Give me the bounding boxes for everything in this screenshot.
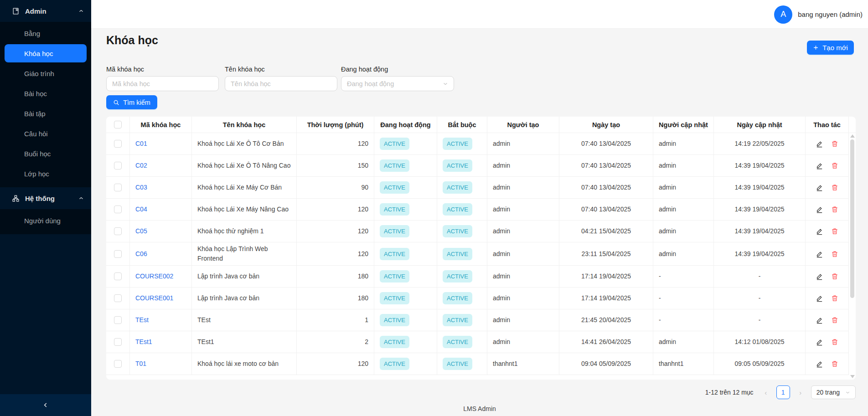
row-checkbox[interactable]: [114, 316, 122, 324]
delete-icon: [831, 338, 838, 346]
search-button[interactable]: Tìm kiếm: [106, 95, 157, 109]
course-code-link[interactable]: C06: [135, 249, 147, 259]
delete-button[interactable]: [831, 316, 838, 324]
delete-button[interactable]: [831, 227, 838, 235]
sidebar-item-bài-tập[interactable]: Bài tập: [5, 104, 87, 123]
course-code-link[interactable]: C03: [135, 183, 147, 192]
filter-course-code: Mã khóa học: [106, 66, 219, 91]
edit-button[interactable]: [816, 316, 823, 324]
create-button[interactable]: Tạo mới: [807, 41, 854, 55]
row-checkbox[interactable]: [114, 205, 122, 213]
row-checkbox[interactable]: [114, 272, 122, 280]
delete-button[interactable]: [831, 205, 838, 213]
select-all-checkbox[interactable]: [114, 121, 122, 128]
row-checkbox-cell: [106, 288, 130, 309]
course-code-link[interactable]: T01: [135, 359, 146, 369]
course-code-link[interactable]: COURSE002: [135, 272, 173, 281]
delete-button[interactable]: [831, 162, 838, 169]
updated-date-cell: 14:39 19/04/2025: [714, 199, 806, 220]
updated-date-cell: 14:39 19/04/2025: [714, 242, 806, 265]
row-checkbox[interactable]: [114, 360, 122, 368]
row-checkbox[interactable]: [114, 250, 122, 258]
creator-cell: admin: [487, 199, 559, 220]
table-scrollbar[interactable]: [849, 133, 856, 380]
delete-icon: [831, 294, 838, 302]
delete-button[interactable]: [831, 338, 838, 346]
active-status-cell: ACTIVE: [374, 331, 437, 353]
scrollbar-thumb[interactable]: [850, 139, 854, 298]
row-checkbox[interactable]: [114, 338, 122, 346]
updater-cell: admin: [653, 133, 714, 154]
course-code-link[interactable]: TEst: [135, 315, 149, 325]
sidebar-item-bài-học[interactable]: Bài học: [5, 84, 87, 103]
row-checkbox[interactable]: [114, 294, 122, 302]
delete-button[interactable]: [831, 250, 838, 258]
edit-button[interactable]: [816, 205, 823, 213]
row-checkbox[interactable]: [114, 184, 122, 191]
sidebar-group-admin[interactable]: Admin: [0, 0, 91, 22]
sidebar-collapse-trigger[interactable]: [0, 394, 91, 416]
delete-button[interactable]: [831, 140, 838, 148]
course-code-cell: C01: [130, 133, 192, 154]
row-checkbox[interactable]: [114, 140, 122, 148]
course-code-link[interactable]: C01: [135, 139, 147, 149]
user-menu[interactable]: A bang nguyen (admin): [774, 0, 863, 29]
edit-button[interactable]: [816, 338, 823, 346]
delete-button[interactable]: [831, 184, 838, 191]
scrollbar-down-arrow[interactable]: [850, 375, 855, 378]
course-code-link[interactable]: COURSE001: [135, 293, 173, 303]
page-title: Khóa học: [106, 34, 158, 47]
course-code-link[interactable]: C02: [135, 161, 147, 170]
scrollbar-up-arrow[interactable]: [850, 134, 855, 138]
edit-button[interactable]: [816, 272, 823, 280]
delete-button[interactable]: [831, 272, 838, 280]
edit-button[interactable]: [816, 294, 823, 302]
edit-button[interactable]: [816, 250, 823, 258]
row-checkbox[interactable]: [114, 227, 122, 235]
course-code-input[interactable]: [106, 76, 219, 91]
sidebar-item-giáo-trình[interactable]: Giáo trình: [5, 64, 87, 82]
edit-icon: [816, 294, 823, 302]
edit-button[interactable]: [816, 227, 823, 235]
edit-button[interactable]: [816, 184, 823, 191]
status-badge: ACTIVE: [443, 159, 472, 172]
course-code-link[interactable]: C05: [135, 226, 147, 236]
table-row: C01Khoá học Lái Xe Ô Tô Cơ Bản120ACTIVEA…: [106, 133, 856, 155]
sidebar-item-khóa-học[interactable]: Khóa học: [5, 44, 87, 62]
column-header: Người tạo: [487, 117, 559, 133]
sidebar-item-người-dùng[interactable]: Người dùng: [5, 211, 87, 230]
page-size-select[interactable]: 20 trang: [811, 385, 856, 399]
sidebar-item-buổi-học[interactable]: Buổi học: [5, 144, 87, 163]
status-badge: ACTIVE: [443, 270, 472, 282]
sidebar-item-câu-hỏi[interactable]: Câu hỏi: [5, 124, 87, 143]
duration-cell: 2: [297, 331, 374, 353]
pagination-prev-button[interactable]: ‹: [760, 385, 772, 399]
row-checkbox[interactable]: [114, 162, 122, 169]
duration-cell: 120: [297, 242, 374, 265]
edit-button[interactable]: [816, 162, 823, 169]
duration-cell: 90: [297, 177, 374, 198]
edit-button[interactable]: [816, 360, 823, 368]
pagination-next-button[interactable]: ›: [795, 385, 806, 399]
actions-cell: [806, 177, 849, 198]
active-status-select[interactable]: Đang hoạt động: [341, 76, 454, 91]
course-code-link[interactable]: C04: [135, 205, 147, 214]
delete-button[interactable]: [831, 294, 838, 302]
course-name-input[interactable]: [225, 76, 337, 91]
sidebar-item-lớp-học[interactable]: Lớp học: [5, 164, 87, 183]
table-row: C04Khoá học Lái Xe Máy Nâng Cao120ACTIVE…: [106, 199, 856, 221]
creator-cell: admin: [487, 221, 559, 242]
created-date-cell: 23:11 15/04/2025: [559, 242, 653, 265]
active-status-cell: ACTIVE: [374, 221, 437, 242]
course-code-link[interactable]: TEst1: [135, 337, 152, 347]
sidebar-group-he-thong[interactable]: Hệ thống: [0, 187, 91, 209]
chevron-down-icon: [443, 81, 448, 87]
course-code-cell: COURSE001: [130, 288, 192, 309]
creator-cell: admin: [487, 133, 559, 154]
sidebar-item-bằng[interactable]: Bằng: [5, 24, 87, 42]
delete-button[interactable]: [831, 360, 838, 368]
pagination-page-1[interactable]: 1: [776, 385, 790, 399]
edit-button[interactable]: [816, 140, 823, 148]
delete-icon: [831, 184, 838, 191]
required-status-cell: ACTIVE: [437, 133, 487, 154]
